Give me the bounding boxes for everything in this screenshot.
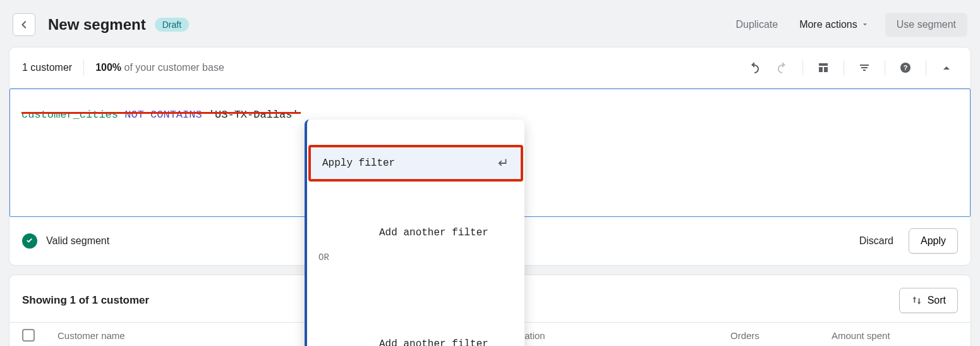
query-op-token: NOT CONTAINS <box>124 109 202 121</box>
editor-summary-bar: 1 customer 100% of your customer base ? <box>9 47 971 89</box>
divider <box>885 60 885 75</box>
results-title: Showing 1 of 1 customer <box>22 294 149 307</box>
editor-card: 1 customer 100% of your customer base ? … <box>9 47 971 266</box>
divider <box>802 60 803 75</box>
templates-button[interactable] <box>812 56 835 79</box>
filter-icon <box>858 61 871 74</box>
sort-icon <box>911 295 923 306</box>
divider <box>83 59 84 76</box>
pct-suffix: of your customer base <box>121 62 224 73</box>
add-filter-and-option[interactable]: Add another filter AND <box>307 318 524 346</box>
pct-value: 100% <box>95 62 121 73</box>
divider <box>926 60 926 75</box>
select-all-checkbox[interactable] <box>22 329 35 342</box>
back-button[interactable] <box>13 13 35 36</box>
sort-button[interactable]: Sort <box>899 288 958 313</box>
sort-label: Sort <box>928 295 946 306</box>
enter-icon <box>495 156 509 170</box>
page-title: New segment <box>48 16 146 34</box>
query-field-token: customer_cities <box>21 109 118 121</box>
divider <box>844 60 844 75</box>
help-icon: ? <box>899 61 912 74</box>
help-button[interactable]: ? <box>894 56 917 79</box>
status-badge: Draft <box>155 18 189 32</box>
chevron-up-icon <box>940 61 953 74</box>
redo-icon <box>776 61 789 74</box>
add-filter-or-label: Add another filter <box>379 227 488 238</box>
check-icon <box>25 237 34 245</box>
add-filter-and-label: Add another filter <box>379 338 488 346</box>
error-underline <box>21 112 301 114</box>
discard-button[interactable]: Discard <box>850 229 902 253</box>
customer-pct: 100% of your customer base <box>95 62 224 73</box>
undo-button[interactable] <box>743 56 766 79</box>
more-actions-button[interactable]: More actions <box>790 14 878 35</box>
redo-button[interactable] <box>771 56 794 79</box>
chevron-down-icon <box>861 21 869 28</box>
duplicate-button[interactable]: Duplicate <box>727 14 787 35</box>
apply-button[interactable]: Apply <box>909 228 958 254</box>
customer-count: 1 customer <box>22 62 72 73</box>
page-header: New segment Draft Duplicate More actions… <box>5 8 975 47</box>
col-orders: Orders <box>730 330 832 341</box>
arrow-left-icon <box>18 18 30 31</box>
success-icon <box>22 233 37 249</box>
more-actions-label: More actions <box>799 19 857 30</box>
layout-icon <box>817 61 830 74</box>
apply-filter-option[interactable]: Apply filter <box>308 145 523 182</box>
collapse-button[interactable] <box>935 56 958 79</box>
svg-text:?: ? <box>904 64 908 71</box>
query-value-token: 'US-TX-Dallas' <box>209 109 299 121</box>
query-editor[interactable]: customer_cities NOT CONTAINS 'US-TX-Dall… <box>9 89 971 217</box>
apply-filter-label: Apply filter <box>322 158 395 169</box>
header-actions: Duplicate More actions Use segment <box>727 13 967 37</box>
col-spent: Amount spent <box>832 330 958 341</box>
col-location: Location <box>509 330 730 341</box>
undo-icon <box>748 61 761 74</box>
add-filter-or-option[interactable]: Add another filter OR <box>307 207 524 294</box>
add-filter-or-sub: OR <box>318 252 513 263</box>
suggestion-dropdown: Apply filter Add another filter OR Add a… <box>305 120 524 346</box>
filter-button[interactable] <box>853 56 876 79</box>
editor-toolbar: ? <box>743 56 958 79</box>
status-text: Valid segment <box>46 235 109 247</box>
use-segment-button[interactable]: Use segment <box>885 13 967 37</box>
